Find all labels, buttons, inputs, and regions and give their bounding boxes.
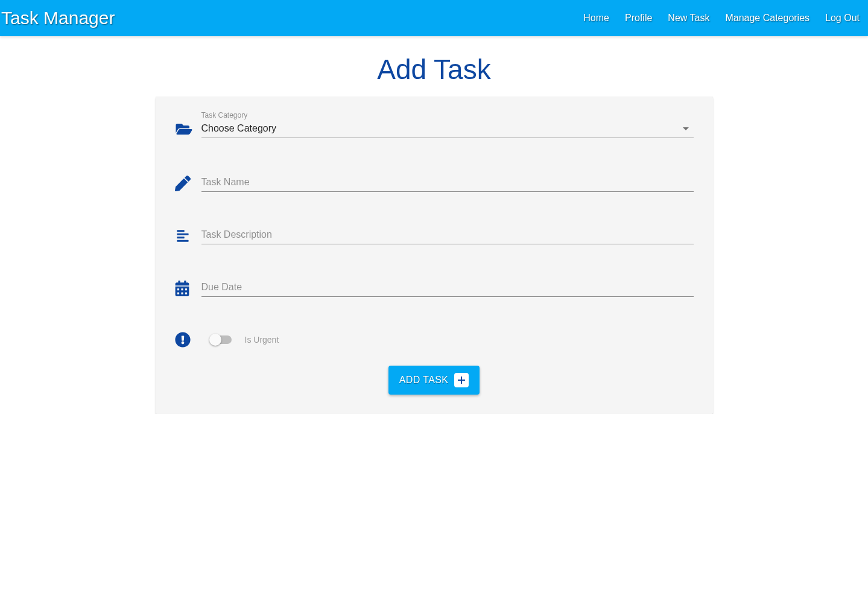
- align-left-icon: [175, 229, 201, 243]
- due-date-input[interactable]: [201, 279, 694, 297]
- form-card: Task Category Choose Category: [156, 97, 713, 414]
- folder-open-icon: [175, 122, 201, 136]
- due-date-field-wrap: [201, 279, 694, 297]
- nav-log-out[interactable]: Log Out: [825, 13, 860, 24]
- category-row: Task Category Choose Category: [175, 111, 694, 138]
- submit-row: ADD TASK: [175, 366, 694, 395]
- nav-profile[interactable]: Profile: [625, 13, 652, 24]
- category-value: Choose Category: [201, 123, 277, 134]
- category-field: Task Category Choose Category: [201, 111, 694, 138]
- add-task-button[interactable]: ADD TASK: [388, 366, 480, 395]
- pencil-icon: [175, 176, 201, 191]
- due-date-row: [175, 279, 694, 297]
- is-urgent-toggle[interactable]: [211, 335, 232, 344]
- is-urgent-label: Is Urgent: [245, 335, 279, 345]
- category-select[interactable]: Choose Category: [201, 123, 694, 138]
- task-description-input[interactable]: [201, 227, 694, 244]
- plus-square-icon: [454, 373, 469, 387]
- nav-new-task[interactable]: New Task: [668, 13, 709, 24]
- task-name-input[interactable]: [201, 174, 694, 192]
- svg-rect-1: [458, 380, 465, 381]
- toggle-thumb: [209, 334, 221, 346]
- task-description-row: [175, 227, 694, 244]
- nav-home[interactable]: Home: [583, 13, 609, 24]
- nav-manage-categories[interactable]: Manage Categories: [725, 13, 809, 24]
- page-title: Add Task: [0, 53, 868, 86]
- is-urgent-row: Is Urgent: [175, 332, 694, 348]
- app-brand[interactable]: Task Manager: [0, 8, 115, 28]
- add-task-button-label: ADD TASK: [399, 375, 449, 386]
- calendar-icon: [175, 281, 201, 296]
- nav-links: Home Profile New Task Manage Categories …: [583, 13, 860, 24]
- exclamation-circle-icon: [175, 332, 211, 348]
- task-name-field-wrap: [201, 174, 694, 192]
- task-description-field-wrap: [201, 227, 694, 244]
- task-name-row: [175, 174, 694, 192]
- navbar: Task Manager Home Profile New Task Manag…: [0, 0, 868, 36]
- chevron-down-icon: [683, 127, 689, 130]
- category-label: Task Category: [201, 111, 694, 119]
